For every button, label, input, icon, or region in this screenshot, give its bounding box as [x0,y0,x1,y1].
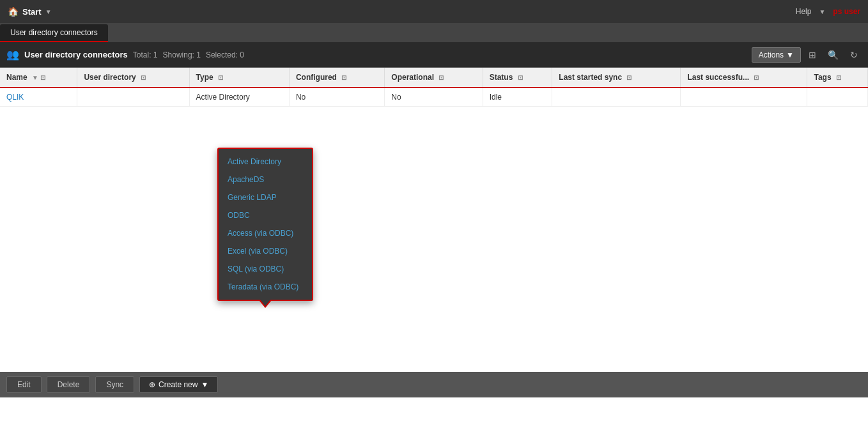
delete-button[interactable]: Delete [47,376,91,393]
col-lss-label: Last started sync [559,73,622,82]
toolbar-title: User directory connectors [24,50,128,59]
dropdown-item-teradata-odbc[interactable]: Teradata (via ODBC) [219,278,312,296]
toolbar-showing: Showing: 1 [163,50,201,59]
actions-arrow-icon: ▼ [786,50,794,59]
main-content: Name ▼ ⊡ User directory ⊡ Type ⊡ Configu… [0,68,868,397]
start-label[interactable]: Start [22,7,42,17]
table-header-row: Name ▼ ⊡ User directory ⊡ Type ⊡ Configu… [0,68,868,88]
tab-bar: User directory connectors [0,23,868,42]
col-ls-label: Last successfu... [687,73,749,82]
cell-type: Active Directory [189,88,289,107]
col-ls-icons: ⊡ [754,74,759,81]
refresh-icon[interactable]: ↻ [846,47,862,63]
actions-label: Actions [759,50,784,59]
cell-configured: No [289,88,384,107]
nav-left: 🏠 Start ▼ [8,6,52,17]
search-icon[interactable]: 🔍 [824,47,842,63]
col-operational-label: Operational [391,73,434,82]
help-dropdown-icon[interactable]: ▼ [819,8,825,15]
col-configured-icons: ⊡ [341,74,346,81]
dropdown-item-odbc[interactable]: ODBC [219,206,312,224]
col-tags-icons: ⊡ [836,74,841,81]
toolbar-left: 👥 User directory connectors Total: 1 Sho… [6,49,244,61]
cell-last-successful [681,88,807,107]
dropdown-item-apacheds[interactable]: ApacheDS [219,171,312,188]
home-icon: 🏠 [8,6,19,17]
col-configured-label: Configured [296,73,337,82]
col-type[interactable]: Type ⊡ [189,68,289,88]
users-icon: 👥 [6,49,19,61]
cell-tags [807,88,868,107]
col-last-started-sync[interactable]: Last started sync ⊡ [552,68,681,88]
col-configured[interactable]: Configured ⊡ [289,68,384,88]
help-label[interactable]: Help [796,7,812,16]
col-name[interactable]: Name ▼ ⊡ [0,68,77,88]
table-container: Name ▼ ⊡ User directory ⊡ Type ⊡ Configu… [0,68,868,397]
toolbar-selected: Selected: 0 [206,50,244,59]
dropdown-item-active-directory[interactable]: Active Directory [219,153,312,171]
cell-operational: No [385,88,483,107]
col-ud-icons: ⊡ [141,74,146,81]
col-type-label: Type [196,73,213,82]
col-lss-icons: ⊡ [626,74,632,81]
cell-last-started-sync [552,88,681,107]
actions-button[interactable]: Actions ▼ [752,47,801,63]
toolbar: 👥 User directory connectors Total: 1 Sho… [0,42,868,68]
col-name-icons: ▼ ⊡ [32,74,45,81]
col-name-label: Name [6,73,27,82]
dropdown-item-generic-ldap[interactable]: Generic LDAP [219,188,312,206]
col-last-successful[interactable]: Last successfu... ⊡ [681,68,807,88]
col-status-label: Status [490,73,513,82]
col-user-directory-label: User directory [84,73,136,82]
tab-label: User directory connectors [10,28,98,37]
dropdown-item-excel-odbc[interactable]: Excel (via ODBC) [219,242,312,260]
cell-status: Idle [483,88,552,107]
toolbar-right: Actions ▼ ⊞ 🔍 ↻ [752,47,862,63]
cell-user-directory [77,88,189,107]
sync-button[interactable]: Sync [95,376,134,393]
footer: Edit Delete Sync ⊕ Create new ▼ [0,372,868,397]
col-tags-label: Tags [814,73,831,82]
create-new-dropdown: Active Directory ApacheDS Generic LDAP O… [217,148,313,301]
start-dropdown-icon[interactable]: ▼ [45,8,52,15]
col-user-directory[interactable]: User directory ⊡ [77,68,189,88]
dropdown-arrow [260,300,270,306]
col-operational-icons: ⊡ [438,74,444,81]
table-row[interactable]: QLIK Active Directory No No Idle [0,88,868,107]
nav-right: Help ▼ ps user [796,7,860,16]
col-operational[interactable]: Operational ⊡ [385,68,483,88]
user-label[interactable]: ps user [833,7,860,16]
col-type-icons: ⊡ [218,74,223,81]
data-table: Name ▼ ⊡ User directory ⊡ Type ⊡ Configu… [0,68,868,107]
col-status[interactable]: Status ⊡ [483,68,552,88]
dropdown-item-access-odbc[interactable]: Access (via ODBC) [219,224,312,242]
columns-icon[interactable]: ⊞ [805,47,820,63]
col-status-icons: ⊡ [518,74,523,81]
create-new-arrow-icon: ▼ [201,380,208,389]
cell-name[interactable]: QLIK [0,88,77,107]
tab-user-directory-connectors[interactable]: User directory connectors [0,24,108,42]
dropdown-item-sql-odbc[interactable]: SQL (via ODBC) [219,260,312,278]
top-nav: 🏠 Start ▼ Help ▼ ps user [0,0,868,23]
edit-button[interactable]: Edit [6,376,42,393]
create-new-button[interactable]: ⊕ Create new ▼ [139,376,218,393]
toolbar-total: Total: 1 [133,50,158,59]
col-tags[interactable]: Tags ⊡ [807,68,868,88]
create-new-icon: ⊕ [149,380,155,389]
create-new-label: Create new [159,380,198,389]
